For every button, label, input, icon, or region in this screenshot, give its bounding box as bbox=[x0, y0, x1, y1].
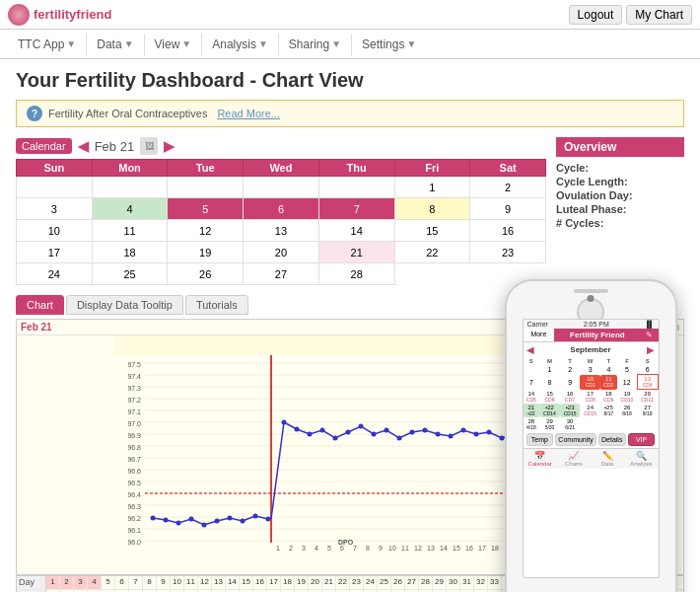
svg-text:2: 2 bbox=[289, 545, 293, 552]
cal-day-cell[interactable]: 11 bbox=[92, 220, 168, 242]
phone-tab-analysis[interactable]: 🔍 Analysis bbox=[624, 449, 658, 469]
logout-button[interactable]: Logout bbox=[569, 5, 623, 25]
phone-charts-icon: 📈 bbox=[568, 451, 579, 461]
nav-bar: TTC App ▼ Data ▼ View ▼ Analysis ▼ Shari… bbox=[0, 30, 700, 59]
phone-vip-btn[interactable]: VIP bbox=[628, 433, 656, 446]
data-cell: 5 bbox=[102, 576, 115, 589]
svg-text:96.0: 96.0 bbox=[127, 539, 141, 546]
svg-text:16: 16 bbox=[465, 545, 473, 552]
phone-tab-charts[interactable]: 📈 Charts bbox=[557, 449, 591, 469]
cal-day-cell bbox=[17, 177, 93, 198]
nav-data-arrow: ▼ bbox=[124, 38, 134, 49]
read-more-link[interactable]: Read More... bbox=[217, 108, 280, 119]
cal-day-cell[interactable]: 16 bbox=[470, 220, 546, 242]
cal-day-cell[interactable]: 25 bbox=[92, 263, 168, 285]
chart-date-label: Feb 21 bbox=[21, 322, 52, 333]
cal-day-cell[interactable]: 1 bbox=[394, 177, 470, 198]
cal-image-icon[interactable]: 🖼 bbox=[140, 137, 158, 155]
phone-cal-month: September bbox=[570, 345, 610, 354]
phone-analysis-icon: 🔍 bbox=[636, 451, 647, 461]
phone-community-btn[interactable]: Community bbox=[555, 433, 595, 446]
cal-day-cell[interactable]: 7 bbox=[318, 198, 394, 220]
cal-day-cell[interactable]: 13 bbox=[244, 220, 319, 242]
cal-day-header: Tue bbox=[168, 160, 244, 177]
cal-day-cell[interactable]: 27 bbox=[244, 263, 319, 285]
info-text: Fertility After Oral Contraceptives bbox=[48, 108, 207, 119]
calendar-button[interactable]: Calendar bbox=[16, 138, 72, 154]
cal-day-cell[interactable]: 9 bbox=[470, 198, 546, 220]
cal-day-header: Mon bbox=[92, 160, 168, 177]
cal-day-cell[interactable]: 2 bbox=[470, 177, 546, 198]
cal-day-cell[interactable]: 15 bbox=[394, 220, 470, 242]
cal-day-cell[interactable]: 3 bbox=[17, 198, 93, 220]
phone-cal-prev[interactable]: ◀ bbox=[526, 344, 534, 355]
svg-point-74 bbox=[397, 436, 402, 441]
svg-text:96.9: 96.9 bbox=[127, 432, 141, 439]
cal-day-cell[interactable]: 6 bbox=[244, 198, 319, 220]
cal-days-row: SunMonTueWedThuFriSat bbox=[17, 160, 546, 177]
overview-rows: Cycle: Cycle Length: Ovulation Day: Lute… bbox=[556, 161, 684, 230]
top-bar: fertilityfriend Logout My Chart bbox=[0, 0, 700, 30]
svg-point-70 bbox=[346, 430, 351, 435]
mychart-button[interactable]: My Chart bbox=[626, 5, 692, 25]
top-bar-left: fertilityfriend bbox=[8, 4, 111, 26]
phone-more-btn[interactable]: More bbox=[524, 329, 555, 341]
svg-text:13: 13 bbox=[427, 545, 435, 552]
phone-battery: ▐▌ bbox=[645, 321, 655, 328]
cal-day-cell[interactable]: 26 bbox=[168, 263, 244, 285]
svg-text:97.5: 97.5 bbox=[127, 361, 141, 368]
nav-view[interactable]: View ▼ bbox=[145, 34, 203, 55]
cal-next[interactable]: ▶ bbox=[164, 138, 175, 154]
nav-analysis[interactable]: Analysis ▼ bbox=[202, 34, 279, 55]
phone-tab-calendar[interactable]: 📅 Calendar bbox=[524, 449, 557, 469]
svg-point-61 bbox=[228, 516, 233, 521]
svg-text:5: 5 bbox=[327, 545, 331, 552]
cal-day-cell[interactable]: 20 bbox=[244, 242, 319, 263]
cal-day-header: Fri bbox=[394, 160, 470, 177]
overview-row-label: Cycle Length: bbox=[556, 176, 628, 187]
cal-day-cell[interactable]: 24 bbox=[17, 263, 93, 285]
cal-prev[interactable]: ◀ bbox=[78, 138, 89, 154]
nav-settings[interactable]: Settings ▼ bbox=[352, 34, 426, 55]
phone-details-btn[interactable]: Details bbox=[598, 433, 626, 446]
svg-text:1: 1 bbox=[276, 545, 280, 552]
data-cell: 27 bbox=[405, 576, 419, 589]
phone-tab-data[interactable]: ✏️ Data bbox=[591, 449, 624, 469]
svg-text:96.8: 96.8 bbox=[127, 444, 141, 451]
svg-text:7: 7 bbox=[353, 545, 357, 552]
cal-day-cell[interactable]: 10 bbox=[17, 220, 93, 242]
svg-point-65 bbox=[282, 420, 287, 425]
cal-day-cell[interactable]: 19 bbox=[168, 242, 244, 263]
phone-temp-btn[interactable]: Temp bbox=[526, 433, 554, 446]
cal-day-cell[interactable]: 12 bbox=[168, 220, 244, 242]
nav-ttcapp[interactable]: TTC App ▼ bbox=[8, 34, 87, 55]
nav-sharing[interactable]: Sharing ▼ bbox=[279, 34, 352, 55]
cal-day-cell[interactable]: 21 bbox=[318, 242, 394, 263]
cal-month: Feb 21 bbox=[95, 139, 134, 154]
svg-point-63 bbox=[253, 514, 258, 519]
cal-day-cell[interactable]: 23 bbox=[470, 242, 546, 263]
svg-text:14: 14 bbox=[440, 545, 448, 552]
info-banner: ? Fertility After Oral Contraceptives Re… bbox=[16, 100, 684, 127]
svg-text:97.4: 97.4 bbox=[127, 373, 141, 380]
cal-day-cell[interactable]: 22 bbox=[394, 242, 470, 263]
cal-day-cell[interactable]: 5 bbox=[168, 198, 244, 220]
chart-tab[interactable]: Tutorials bbox=[185, 295, 248, 315]
cal-day-cell[interactable]: 8 bbox=[394, 198, 470, 220]
data-cell: 22 bbox=[336, 576, 350, 589]
svg-text:4: 4 bbox=[315, 545, 318, 552]
svg-text:11: 11 bbox=[401, 545, 409, 552]
chart-tab[interactable]: Display Data Tooltip bbox=[66, 295, 183, 315]
cal-day-cell[interactable]: 18 bbox=[92, 242, 168, 263]
phone-time: 2:05 PM bbox=[584, 321, 609, 328]
top-bar-right: Logout My Chart bbox=[569, 5, 692, 25]
cal-day-cell[interactable]: 14 bbox=[318, 220, 394, 242]
nav-data[interactable]: Data ▼ bbox=[87, 34, 144, 55]
chart-tab[interactable]: Chart bbox=[16, 295, 64, 315]
nav-analysis-arrow: ▼ bbox=[258, 38, 268, 49]
cal-day-cell[interactable]: 28 bbox=[318, 263, 394, 285]
cal-day-cell[interactable]: 4 bbox=[92, 198, 168, 220]
logo-text: fertilityfriend bbox=[34, 7, 111, 22]
phone-cal-next[interactable]: ▶ bbox=[647, 344, 655, 355]
cal-day-cell[interactable]: 17 bbox=[17, 242, 93, 263]
